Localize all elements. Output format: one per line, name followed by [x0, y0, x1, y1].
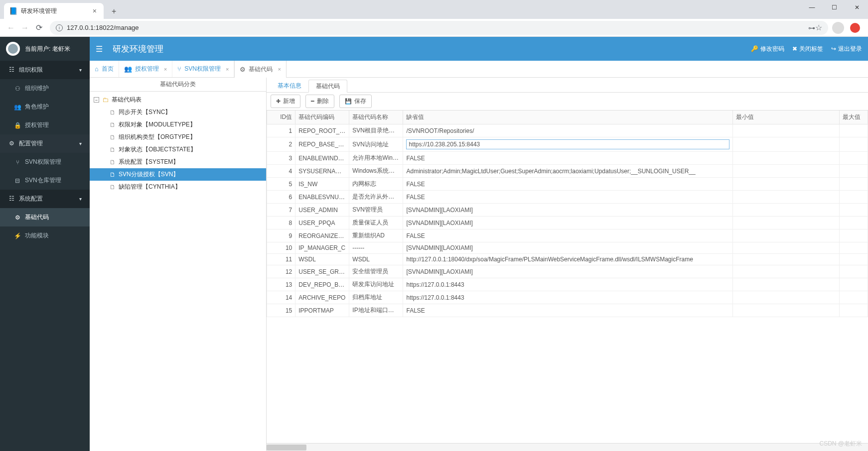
cell-code[interactable]: USER_SE_GROUP: [295, 265, 349, 278]
cell-max[interactable]: [839, 137, 868, 152]
cell-max[interactable]: [839, 124, 868, 137]
cell-max[interactable]: [839, 304, 868, 317]
table-row[interactable]: 14ARCHIVE_REPO归档库地址https://127.0.0.1:844…: [267, 291, 868, 304]
cell-id[interactable]: 9: [267, 229, 295, 242]
sidebar-item[interactable]: ⑂SVN权限管理: [0, 153, 90, 171]
app-tab[interactable]: ⑂SVN权限管理×: [172, 61, 234, 77]
cell-max[interactable]: [839, 278, 868, 291]
cell-id[interactable]: 12: [267, 265, 295, 278]
plus-button[interactable]: ✚新增: [271, 95, 300, 108]
sidebar-group[interactable]: ☷组织权限▾: [0, 61, 90, 79]
cell-default[interactable]: [403, 137, 733, 152]
sidebar-item[interactable]: ⚙基础代码: [0, 208, 90, 226]
column-header[interactable]: 最大值: [839, 111, 868, 124]
table-row[interactable]: 5IS_NW内网标志FALSE: [267, 178, 868, 191]
cell-id[interactable]: 5: [267, 178, 295, 191]
cell-default[interactable]: [SVNADMIN][LAOXIAMI]: [403, 242, 733, 254]
cell-code[interactable]: REORGANIZEORG: [295, 229, 349, 242]
browser-tab[interactable]: 📘 研发环境管理 ×: [4, 3, 104, 19]
close-button[interactable]: ✕: [846, 0, 868, 15]
table-row[interactable]: 6ENABLESVNUSER是否允许从外部数据FALSE: [267, 191, 868, 204]
column-header[interactable]: 最小值: [733, 111, 840, 124]
maximize-button[interactable]: ☐: [823, 0, 846, 15]
cell-code[interactable]: IS_NW: [295, 178, 349, 191]
cell-id[interactable]: 14: [267, 291, 295, 304]
data-grid[interactable]: ID值基础代码编码基础代码名称缺省值最小值最大值1REPO_ROOT_DIRSV…: [267, 111, 868, 443]
cell-name[interactable]: 安全组管理员: [349, 265, 403, 278]
tab-close-icon[interactable]: ×: [226, 66, 229, 72]
table-row[interactable]: 13DEV_REPO_BASE研发库访问地址https://127.0.0.1:…: [267, 278, 868, 291]
cell-code[interactable]: IPPORTMAP: [295, 304, 349, 317]
table-row[interactable]: 2REPO_BASE_URLSVN访问地址: [267, 137, 868, 152]
app-tab[interactable]: ⚙基础代码×: [234, 61, 286, 78]
scrollbar-thumb[interactable]: [267, 445, 306, 451]
cell-code[interactable]: ENABLEWINDOWS: [295, 152, 349, 165]
tree-root[interactable]: −🗀基础代码表: [90, 94, 266, 106]
cell-max[interactable]: [839, 265, 868, 278]
cell-default[interactable]: http://127.0.0.1:18040/dxp/soa/MagicFram…: [403, 254, 733, 265]
tree-item[interactable]: 🗋组织机构类型【ORGTYPE】: [90, 131, 266, 143]
tab-close-icon[interactable]: ×: [278, 66, 281, 72]
tab-close-icon[interactable]: ×: [91, 7, 99, 15]
cell-max[interactable]: [839, 191, 868, 204]
table-row[interactable]: 8USER_PPQA质量保证人员[SVNADMIN][LAOXIAMI]: [267, 217, 868, 229]
reload-button[interactable]: ⟳: [32, 21, 46, 35]
cell-min[interactable]: [733, 254, 840, 265]
top-action[interactable]: ↪退出登录: [831, 45, 862, 53]
new-tab-button[interactable]: +: [109, 4, 119, 19]
cell-max[interactable]: [839, 291, 868, 304]
cell-default[interactable]: https://127.0.0.1:8443: [403, 278, 733, 291]
table-row[interactable]: 4SYSUSERNAMESWindows系统账号Administrator;Ad…: [267, 165, 868, 178]
cell-code[interactable]: DEV_REPO_BASE: [295, 278, 349, 291]
cell-min[interactable]: [733, 124, 840, 137]
cell-min[interactable]: [733, 191, 840, 204]
cell-id[interactable]: 2: [267, 137, 295, 152]
cell-id[interactable]: 11: [267, 254, 295, 265]
address-input[interactable]: i 127.0.0.1:18022/manage ⊶ ☆: [50, 21, 828, 35]
cell-edit-input[interactable]: [406, 139, 729, 149]
cell-name[interactable]: SVN访问地址: [349, 137, 403, 152]
cell-min[interactable]: [733, 137, 840, 152]
sidebar-group[interactable]: ⚙配置管理▾: [0, 134, 90, 153]
cell-id[interactable]: 8: [267, 217, 295, 229]
cell-max[interactable]: [839, 178, 868, 191]
cell-id[interactable]: 13: [267, 278, 295, 291]
cell-id[interactable]: 1: [267, 124, 295, 137]
cell-name[interactable]: Windows系统账号: [349, 165, 403, 178]
profile-avatar-button[interactable]: [832, 22, 844, 34]
minus-button[interactable]: ━删除: [305, 95, 334, 108]
cell-default[interactable]: [SVNADMIN][LAOXIAMI]: [403, 217, 733, 229]
tree-item[interactable]: 🗋缺陷管理【CYNTHIA】: [90, 181, 266, 193]
cell-id[interactable]: 10: [267, 242, 295, 254]
cell-name[interactable]: 允许用本地Windows: [349, 152, 403, 165]
cell-default[interactable]: [SVNADMIN][LAOXIAMI]: [403, 204, 733, 217]
sidebar-item[interactable]: ⚇组织维护: [0, 79, 90, 98]
table-row[interactable]: 7USER_ADMINSVN管理员[SVNADMIN][LAOXIAMI]: [267, 204, 868, 217]
table-row[interactable]: 10IP_MANAGER_C------[SVNADMIN][LAOXIAMI]: [267, 242, 868, 254]
app-tab[interactable]: ⌂首页: [90, 61, 119, 77]
column-header[interactable]: 缺省值: [403, 111, 733, 124]
cell-name[interactable]: 是否允许从外部数据: [349, 191, 403, 204]
sidebar-group[interactable]: ☷系统配置▾: [0, 190, 90, 208]
cell-code[interactable]: REPO_BASE_URL: [295, 137, 349, 152]
cell-min[interactable]: [733, 265, 840, 278]
cell-min[interactable]: [733, 291, 840, 304]
cell-default[interactable]: FALSE: [403, 152, 733, 165]
cell-name[interactable]: 内网标志: [349, 178, 403, 191]
forward-button[interactable]: →: [18, 21, 32, 35]
table-row[interactable]: 1REPO_ROOT_DIRSVN根目录绝对路径/SVNROOT/Reposit…: [267, 124, 868, 137]
cell-default[interactable]: FALSE: [403, 178, 733, 191]
cell-min[interactable]: [733, 242, 840, 254]
column-header[interactable]: 基础代码名称: [349, 111, 403, 124]
cell-name[interactable]: 质量保证人员: [349, 217, 403, 229]
sidebar-item[interactable]: ⚡功能模块: [0, 226, 90, 245]
back-button[interactable]: ←: [4, 21, 18, 35]
cell-max[interactable]: [839, 229, 868, 242]
extension-icon[interactable]: [850, 23, 860, 33]
cell-name[interactable]: ------: [349, 242, 403, 254]
cell-min[interactable]: [733, 217, 840, 229]
bookmark-star-icon[interactable]: ☆: [815, 23, 822, 32]
cell-code[interactable]: USER_ADMIN: [295, 204, 349, 217]
tab-close-icon[interactable]: ×: [164, 66, 167, 72]
top-action[interactable]: 🔑修改密码: [751, 45, 784, 53]
